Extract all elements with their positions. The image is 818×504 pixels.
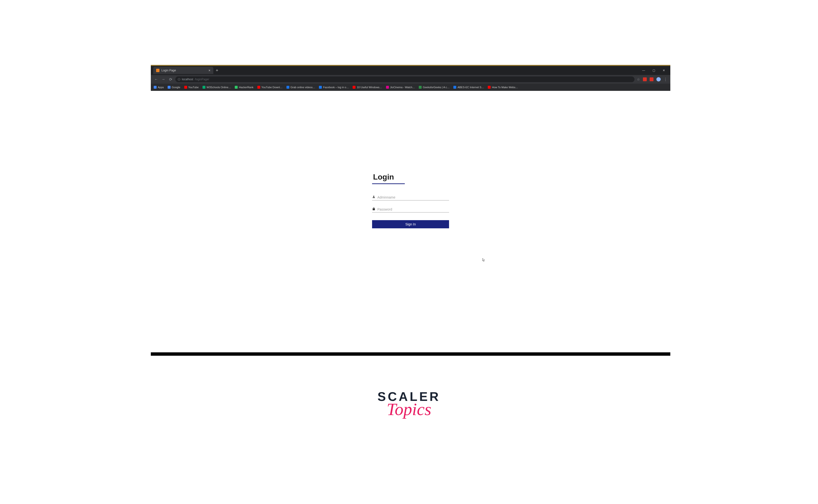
bookmark-label: Apps: [158, 86, 164, 89]
bookmark-item[interactable]: Grab online videos…: [286, 86, 315, 89]
password-input[interactable]: [377, 207, 449, 211]
watermark-topics: Topics: [377, 399, 441, 419]
site-info-icon[interactable]: ⓘ: [178, 78, 180, 81]
bookmark-favicon: [352, 86, 355, 89]
extension-icon-2[interactable]: [650, 77, 654, 81]
bookmark-item[interactable]: ABES-EC Internet S…: [454, 86, 484, 89]
title-underline: [372, 183, 405, 184]
toolbar-right-icons: ☆ ⋮: [637, 77, 667, 82]
bookmark-item[interactable]: GeeksforGeeks | A c…: [419, 86, 450, 89]
bookmark-label: GeeksforGeeks | A c…: [423, 86, 450, 89]
bookmark-favicon: [154, 86, 157, 89]
bookmark-item[interactable]: JioCinema - Watch…: [386, 86, 415, 89]
tab-title: Login Page: [161, 69, 207, 72]
bookmark-favicon: [202, 86, 205, 89]
bookmark-favicon: [184, 86, 187, 89]
bookmark-label: How To Make Webs…: [492, 86, 518, 89]
bookmark-label: Google: [172, 86, 180, 89]
lock-icon: [372, 207, 375, 211]
browser-tab[interactable]: Login Page ×: [153, 67, 213, 74]
close-window-button[interactable]: ✕: [661, 69, 667, 72]
bookmark-item[interactable]: YouTube Downl…: [257, 86, 282, 89]
address-bar-row: ← → ⟳ ⓘ localhost/loginPage/ ☆ ⋮: [151, 75, 670, 84]
bookmark-item[interactable]: Facebook – log in o…: [319, 86, 349, 89]
url-host: localhost: [182, 78, 193, 81]
bookmark-label: JioCinema - Watch…: [390, 86, 415, 89]
close-tab-icon[interactable]: ×: [208, 68, 210, 72]
bookmark-item[interactable]: Apps: [154, 86, 164, 89]
cursor-icon: [482, 258, 485, 263]
username-input[interactable]: [377, 195, 449, 199]
maximize-button[interactable]: ▢: [651, 69, 657, 72]
login-form: Login Sign In: [372, 173, 449, 352]
page-content: Login Sign In: [151, 91, 670, 352]
bookmark-label: YouTube Downl…: [261, 86, 282, 89]
username-row: [372, 194, 449, 200]
bookmark-item[interactable]: HackerRank: [235, 86, 253, 89]
window-controls: — ▢ ✕: [641, 69, 670, 72]
bookmark-label: Grab online videos…: [290, 86, 315, 89]
tab-bar: Login Page × + — ▢ ✕: [151, 66, 670, 75]
bookmark-label: W3Schools Online…: [207, 86, 231, 89]
reload-button[interactable]: ⟳: [168, 77, 173, 82]
bookmark-favicon: [419, 86, 422, 89]
bookmark-favicon: [319, 86, 322, 89]
url-path: /loginPage/: [194, 78, 209, 81]
bookmark-label: 10 Useful Windows…: [357, 86, 382, 89]
bottom-strip: [151, 352, 670, 356]
bookmark-item[interactable]: How To Make Webs…: [488, 86, 518, 89]
signin-button[interactable]: Sign In: [372, 220, 449, 228]
bookmark-label: HackerRank: [239, 86, 253, 89]
bookmark-favicon: [257, 86, 260, 89]
bookmark-star-icon[interactable]: ☆: [637, 77, 640, 81]
extension-icon-1[interactable]: [643, 77, 647, 81]
forward-button[interactable]: →: [161, 77, 166, 81]
bookmark-favicon: [454, 86, 456, 89]
bookmark-item[interactable]: W3Schools Online…: [202, 86, 231, 89]
login-title: Login: [372, 173, 449, 183]
back-button[interactable]: ←: [154, 77, 158, 81]
bookmark-favicon: [286, 86, 289, 89]
minimize-button[interactable]: —: [641, 69, 647, 72]
new-tab-button[interactable]: +: [216, 68, 218, 73]
tab-favicon: [156, 69, 159, 72]
bookmark-label: ABES-EC Internet S…: [458, 86, 484, 89]
bookmark-favicon: [235, 86, 238, 89]
bookmark-label: Facebook – log in o…: [323, 86, 349, 89]
password-row: [372, 206, 449, 212]
menu-dots-icon[interactable]: ⋮: [664, 77, 667, 82]
browser-window: Login Page × + — ▢ ✕ ← → ⟳ ⓘ localhost/l…: [151, 65, 670, 356]
bookmark-favicon: [488, 86, 491, 89]
bookmark-favicon: [386, 86, 389, 89]
user-icon: [372, 195, 375, 199]
bookmarks-bar: AppsGoogleYouTubeW3Schools Online…Hacker…: [151, 84, 670, 91]
bookmark-label: YouTube: [188, 86, 199, 89]
bookmark-item[interactable]: Google: [168, 86, 180, 89]
bookmark-item[interactable]: YouTube: [184, 86, 199, 89]
bookmark-favicon: [168, 86, 170, 89]
profile-avatar-icon[interactable]: [656, 77, 661, 81]
url-bar[interactable]: ⓘ localhost/loginPage/: [175, 76, 635, 82]
bookmark-item[interactable]: 10 Useful Windows…: [352, 86, 382, 89]
watermark: SCALER Topics: [377, 389, 441, 419]
